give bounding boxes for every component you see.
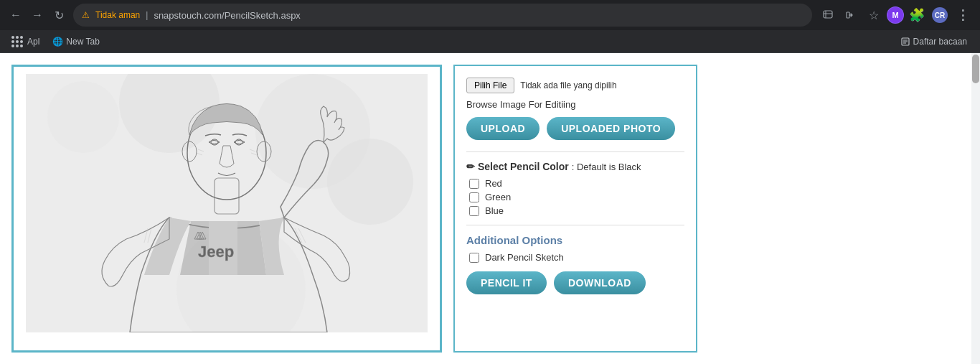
browser-toolbar: ← → ↻ ⚠ Tidak aman | snapstouch.com/Penc… [0,0,980,30]
page-content: Jeep [0,53,980,364]
image-panel: Jeep [11,65,442,353]
apps-label: Apl [27,37,39,47]
reading-list-button[interactable]: Daftar bacaan [895,35,973,48]
controls-panel: Pilih File Tidak ada file yang dipilih B… [453,65,697,353]
browser-chrome: ← → ↻ ⚠ Tidak aman | snapstouch.com/Penc… [0,0,980,53]
additional-options-label: Additional Options [466,234,684,246]
scrollbar[interactable] [971,53,980,364]
sketch-image: Jeep [26,74,428,332]
svg-rect-0 [824,11,832,18]
profile-icon-button[interactable]: CR [930,5,950,25]
url-separator: | [146,10,148,20]
security-text: Tidak aman [95,10,140,20]
svg-text:CR: CR [935,11,946,19]
uploaded-photo-button[interactable]: UPLOADED PHOTO [547,117,675,140]
dark-sketch-option[interactable]: Dark Pencil Sketch [466,252,684,263]
back-button[interactable]: ← [7,6,24,24]
color-green-label: Green [485,192,511,202]
color-blue-checkbox[interactable] [469,206,479,216]
color-red-label: Red [485,178,502,189]
bookmarks-right: Daftar bacaan [895,35,973,48]
no-file-text: Tidak ada file yang dipilih [520,80,616,90]
color-green-option[interactable]: Green [469,192,684,202]
security-icon: ⚠ [82,10,90,20]
svg-rect-3 [847,12,849,18]
translate-button[interactable] [818,5,838,25]
new-tab-bookmark[interactable]: 🌐 New Tab [47,35,105,48]
toolbar-actions: ☆ M 🧩 CR ⋮ [818,5,973,25]
bookmark-button[interactable]: ☆ [864,5,884,25]
svg-point-16 [327,139,413,225]
dark-sketch-label: Dark Pencil Sketch [485,252,564,263]
svg-text:Jeep: Jeep [198,243,234,261]
default-color-note: : Default is Black [572,162,641,172]
dark-sketch-checkbox[interactable] [469,253,479,263]
bookmarks-bar: Apl 🌐 New Tab Daftar bacaan [0,30,980,53]
select-color-text: ✏ Select Pencil Color [466,161,569,172]
nav-buttons: ← → ↻ [7,6,67,24]
select-color-label: ✏ Select Pencil Color : Default is Black [466,161,684,172]
upload-button[interactable]: UPLOAD [466,117,540,140]
new-tab-label: New Tab [66,37,99,47]
action-btn-row: PENCIL IT DOWNLOAD [466,271,684,294]
download-button[interactable]: DOWNLOAD [554,271,646,294]
apps-button[interactable]: Apl [7,34,44,49]
color-red-checkbox[interactable] [469,179,479,189]
svg-text:M: M [892,11,898,19]
profile-button[interactable]: M [887,6,904,24]
url-text: snapstouch.com/PencilSketch.aspx [154,10,804,21]
choose-file-button[interactable]: Pilih File [466,78,514,93]
file-input-row: Pilih File Tidak ada file yang dipilih [466,78,684,93]
browse-label: Browse Image For Editiing [466,99,684,110]
color-blue-option[interactable]: Blue [469,205,684,216]
color-options: Red Green Blue [466,178,684,216]
menu-button[interactable]: ⋮ [953,5,973,25]
color-red-option[interactable]: Red [469,178,684,189]
upload-btn-row: UPLOAD UPLOADED PHOTO [466,117,684,140]
new-tab-favicon: 🌐 [52,37,63,47]
svg-point-13 [47,81,119,153]
divider-1 [466,151,684,152]
scrollbar-thumb[interactable] [972,55,979,83]
forward-button[interactable]: → [29,6,46,24]
reading-list-label: Daftar bacaan [913,37,967,47]
share-button[interactable] [841,5,861,25]
color-blue-label: Blue [485,205,504,216]
reload-button[interactable]: ↻ [50,6,67,24]
pencil-it-button[interactable]: PENCIL IT [466,271,547,294]
extensions-button[interactable]: 🧩 [907,5,927,25]
color-green-checkbox[interactable] [469,192,479,202]
address-bar[interactable]: ⚠ Tidak aman | snapstouch.com/PencilSket… [73,4,812,27]
divider-2 [466,225,684,225]
